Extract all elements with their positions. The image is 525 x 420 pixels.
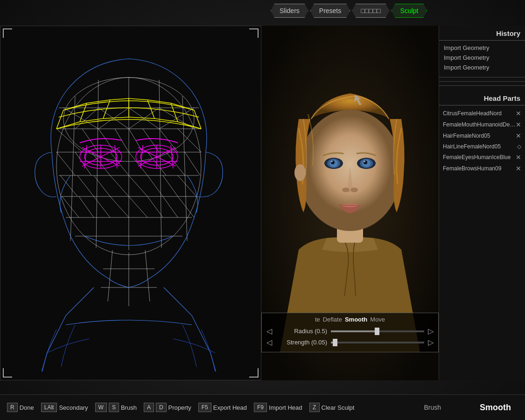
svg-point-110 [350, 188, 358, 192]
tool-smooth[interactable]: Smooth [345, 316, 367, 323]
headparts-item-5-icon[interactable]: ✕ [516, 165, 521, 172]
hotkey-r-done: R Done [7, 403, 34, 412]
history-item-1[interactable]: Import Geometry [439, 43, 525, 53]
label-import-head: Import Head [269, 404, 302, 411]
wireframe-svg [10, 35, 252, 371]
wireframe-canvas[interactable] [0, 26, 261, 380]
hotkey-z-clear: Z Clear Sculpt [309, 403, 355, 412]
tool-move[interactable]: Move [370, 316, 385, 323]
top-tabs-container: Sliders Presets □□□□□ Sculpt [271, 0, 427, 21]
headparts-item-1-icon[interactable]: ✕ [516, 121, 521, 128]
svg-line-48 [163, 196, 178, 217]
radius-row: ◁ Radius (0.5) ▷ [266, 327, 434, 336]
headparts-item-3[interactable]: HairLineFemaleNord05 ◇ [439, 141, 525, 152]
tool-inflate[interactable]: te [315, 316, 320, 323]
label-clear-sculpt: Clear Sculpt [322, 404, 355, 411]
headparts-item-5[interactable]: FemaleBrowsHuman09 ✕ [439, 163, 525, 174]
svg-point-103 [331, 161, 333, 162]
key-lalt: LAlt [41, 403, 57, 412]
label-secondary: Secondary [59, 404, 88, 411]
key-f5: F5 [198, 403, 211, 412]
svg-line-50 [108, 250, 112, 301]
history-item-2[interactable]: Import Geometry [439, 53, 525, 63]
headparts-section: Head Parts CitrusFemaleHeadNord ✕ Female… [439, 91, 525, 174]
hotkey-ad-property: A D Property [144, 403, 191, 412]
svg-line-43 [79, 196, 94, 217]
label-export-head: Export Head [213, 404, 247, 411]
strength-label: Strength (0.05) [276, 339, 327, 346]
headparts-item-3-icon[interactable]: ◇ [517, 143, 521, 150]
tab-sculpt[interactable]: Sculpt [392, 4, 427, 18]
tool-deflate[interactable]: Deflate [323, 316, 342, 323]
tab-unknown[interactable]: □□□□□ [352, 4, 389, 18]
history-item-3[interactable]: Import Geometry [439, 63, 525, 72]
radius-right-arrow[interactable]: ▷ [428, 327, 434, 336]
history-header: History [439, 26, 525, 41]
svg-line-65 [194, 110, 201, 129]
svg-line-77 [178, 122, 201, 129]
svg-line-66 [63, 103, 87, 110]
svg-line-4 [159, 80, 161, 248]
key-z: Z [309, 403, 320, 412]
svg-line-69 [129, 98, 147, 100]
hotkey-f5-export: F5 Export Head [198, 403, 247, 412]
svg-line-5 [70, 96, 75, 241]
headparts-item-2[interactable]: HairFemaleNord05 ✕ [439, 130, 525, 141]
svg-line-18 [56, 129, 82, 152]
radius-label: Radius (0.5) [276, 328, 327, 335]
hotkey-ws-brush: W S Brush [95, 403, 137, 412]
svg-line-29 [110, 152, 129, 175]
headparts-item-3-label: HairLineFemaleNord05 [443, 143, 501, 150]
headparts-item-2-icon[interactable]: ✕ [516, 132, 521, 140]
svg-line-46 [129, 196, 147, 217]
key-s: S [109, 403, 119, 412]
svg-line-33 [185, 152, 200, 175]
tab-presets[interactable]: Presets [310, 4, 350, 18]
history-section: History Import Geometry Import Geometry … [439, 26, 525, 77]
svg-line-27 [75, 152, 91, 175]
headparts-item-0[interactable]: CitrusFemaleHeadNord ✕ [439, 108, 525, 119]
tab-sliders[interactable]: Sliders [271, 4, 308, 18]
hotkey-lalt-secondary: LAlt Secondary [41, 403, 88, 412]
svg-line-35 [77, 175, 94, 196]
svg-line-32 [166, 152, 185, 175]
strength-thumb[interactable] [333, 339, 337, 346]
svg-line-52 [145, 250, 150, 301]
strength-left-arrow[interactable]: ◁ [266, 338, 272, 347]
panel-divider-2 [439, 85, 525, 86]
radius-fill [331, 330, 378, 332]
svg-line-45 [110, 196, 129, 217]
headparts-item-4[interactable]: FemaleEyesHumanIceBlue ✕ [439, 152, 525, 163]
svg-point-112 [294, 164, 306, 181]
svg-line-34 [60, 175, 77, 196]
headparts-item-4-label: FemaleEyesHumanIceBlue [443, 154, 511, 161]
svg-line-6 [182, 96, 187, 241]
strength-slider-track[interactable] [331, 342, 424, 343]
headparts-item-1[interactable]: FemaleMouthHumanoidDe… ✕ [439, 119, 525, 130]
label-property: Property [168, 404, 191, 411]
svg-line-26 [56, 152, 75, 175]
label-brush: Brush [121, 404, 137, 411]
wireframe-viewport[interactable] [0, 26, 261, 380]
svg-point-109 [342, 188, 350, 192]
headparts-item-1-label: FemaleMouthHumanoidDe… [443, 121, 515, 128]
svg-line-40 [163, 175, 178, 196]
svg-line-68 [110, 98, 129, 100]
hotkey-f9-import: F9 Import Head [254, 403, 302, 412]
right-panel: History Import Geometry Import Geometry … [439, 26, 525, 380]
strength-right-arrow[interactable]: ▷ [428, 338, 434, 347]
svg-line-25 [178, 129, 201, 152]
radius-slider-track[interactable] [331, 330, 424, 332]
headparts-item-0-icon[interactable]: ✕ [516, 110, 521, 117]
headparts-item-4-icon[interactable]: ✕ [516, 154, 521, 161]
bottom-bar: R Done LAlt Secondary W S Brush A D Prop… [0, 394, 525, 420]
radius-left-arrow[interactable]: ◁ [266, 327, 272, 336]
strength-row: ◁ Strength (0.05) ▷ [266, 338, 434, 347]
svg-line-71 [171, 103, 194, 110]
key-r: R [7, 403, 18, 412]
headparts-item-2-label: HairFemaleNord05 [443, 133, 490, 139]
brush-active-name: Smooth [480, 403, 511, 413]
radius-thumb[interactable] [375, 328, 379, 335]
svg-line-36 [94, 175, 110, 196]
key-w: W [95, 403, 107, 412]
